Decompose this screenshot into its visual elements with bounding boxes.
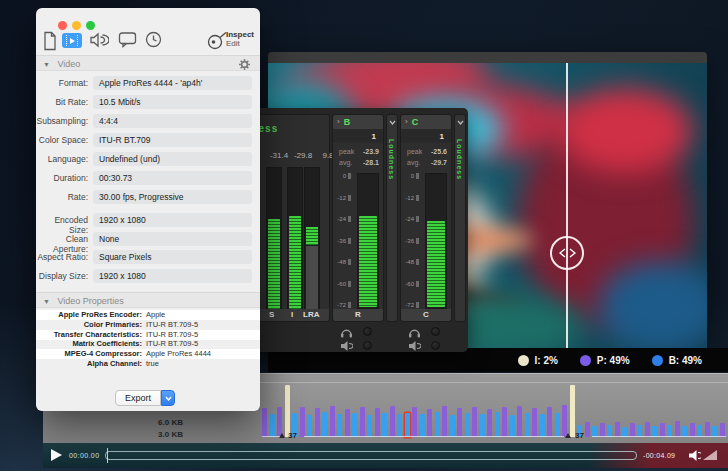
video-properties-title: Video Properties bbox=[57, 296, 123, 306]
b-frame-percentage: B: 49% bbox=[669, 355, 702, 366]
field-value: 10.5 Mbit/s bbox=[93, 95, 252, 109]
property-label: Color Primaries: bbox=[36, 320, 142, 330]
video-icon[interactable] bbox=[62, 33, 82, 48]
meter-track-s bbox=[266, 167, 282, 311]
scale-tick-label: -72 bbox=[399, 302, 419, 308]
edit-mode-label[interactable]: Edit bbox=[226, 39, 254, 48]
frame-bars[interactable] bbox=[262, 381, 726, 437]
speaker-monitor-dot[interactable] bbox=[431, 341, 440, 350]
export-dropdown-button[interactable] bbox=[161, 390, 175, 406]
minimize-button[interactable] bbox=[72, 21, 81, 30]
current-time: 00:00.00 bbox=[69, 452, 99, 459]
i-frame-tick bbox=[279, 433, 285, 438]
axis-label-6kb: 6.0 KB bbox=[103, 418, 183, 427]
panel-b-header[interactable]: › B bbox=[333, 115, 383, 129]
disclosure-icon: › bbox=[337, 118, 340, 126]
volume-slider[interactable] bbox=[703, 450, 717, 460]
scale-tick-label: -48 bbox=[331, 259, 351, 265]
history-icon[interactable] bbox=[145, 31, 162, 48]
scale-tick-label: 0 bbox=[331, 173, 351, 179]
timeline-scrubber[interactable] bbox=[105, 451, 637, 460]
field-label: Format: bbox=[36, 78, 88, 88]
annotation-icon[interactable] bbox=[118, 31, 137, 48]
field-row: Format:Apple ProRes 4444 - 'ap4h' bbox=[36, 76, 260, 90]
field-row: Bit Rate:10.5 Mbit/s bbox=[36, 95, 260, 109]
headphone-monitor-dot[interactable] bbox=[431, 327, 440, 336]
headphones-icon[interactable] bbox=[408, 326, 421, 338]
compare-slider-handle[interactable] bbox=[550, 236, 584, 270]
gear-icon[interactable] bbox=[239, 59, 250, 70]
gop-size-label: 37 bbox=[288, 431, 297, 440]
disclosure-triangle-icon[interactable]: ▼ bbox=[43, 61, 50, 68]
panel-c-meter-track bbox=[425, 173, 447, 309]
video-section-header[interactable]: ▼ Video bbox=[36, 55, 260, 71]
property-value: true bbox=[146, 359, 159, 369]
field-value: 1920 x 1080 bbox=[93, 269, 252, 283]
panel-c-side-strip: Loudness bbox=[454, 114, 466, 322]
i-frame-bar[interactable] bbox=[570, 385, 575, 437]
property-label: Apple ProRes Encoder: bbox=[36, 310, 142, 320]
mute-speaker-icon[interactable] bbox=[340, 340, 353, 352]
collapse-chevron-icon[interactable] bbox=[389, 120, 396, 125]
field-row: Language:Undefined (und) bbox=[36, 152, 260, 166]
panel-c-avg-row: avg.-29.7 bbox=[407, 159, 447, 166]
loudness-panel-b: › B 1 peak-23.9 avg.-28.1 0-12-24-36-48-… bbox=[332, 114, 384, 322]
panel-c-channel: 1 bbox=[401, 129, 451, 143]
mute-speaker-icon[interactable] bbox=[408, 340, 421, 352]
p-frame-percentage: P: 49% bbox=[597, 355, 630, 366]
panel-b-bottom-label: R bbox=[333, 309, 383, 321]
panel-c-header[interactable]: › C bbox=[401, 115, 451, 129]
property-row: Transfer Characteristics:ITU-R BT.709-5 bbox=[36, 330, 260, 340]
speaker-monitor-dot[interactable] bbox=[363, 341, 372, 350]
field-row: Encoded Size:1920 x 1080 bbox=[36, 213, 260, 227]
field-label: Subsampling: bbox=[36, 116, 88, 126]
disclosure-triangle-icon[interactable]: ▼ bbox=[43, 298, 50, 305]
field-value: 4:4:4 bbox=[93, 114, 252, 128]
field-value: ITU-R BT.709 bbox=[93, 133, 252, 147]
i-frame-bar[interactable] bbox=[285, 385, 290, 437]
video-window-titlebar[interactable] bbox=[268, 52, 707, 63]
headphones-icon[interactable] bbox=[340, 326, 353, 338]
export-button[interactable]: Export bbox=[115, 390, 161, 406]
property-label: Transfer Characteristics: bbox=[36, 330, 142, 340]
compare-slider-line[interactable] bbox=[566, 63, 568, 348]
property-row: MPEG-4 Compressor:Apple ProRes 4444 bbox=[36, 349, 260, 359]
mode-toggle[interactable]: Inspect Edit bbox=[226, 30, 254, 48]
speaker-icon[interactable] bbox=[689, 449, 701, 462]
panel-b-letter: B bbox=[344, 117, 351, 127]
headphone-monitor-dot[interactable] bbox=[363, 327, 372, 336]
chevron-left-icon bbox=[559, 248, 566, 258]
document-icon[interactable] bbox=[42, 31, 58, 51]
field-label: Duration: bbox=[36, 173, 88, 183]
close-button[interactable] bbox=[58, 21, 67, 30]
field-label: Color Space: bbox=[36, 135, 88, 145]
zoom-button[interactable] bbox=[86, 21, 95, 30]
inspect-mode-label[interactable]: Inspect bbox=[226, 30, 254, 39]
panel-b-scale: 0-12-24-36-48-60-72 bbox=[333, 173, 353, 309]
field-row: Clean Aperture:None bbox=[36, 232, 260, 246]
field-value: Square Pixels bbox=[93, 250, 252, 264]
play-button[interactable] bbox=[51, 449, 62, 461]
i-frame-percentage: I: 2% bbox=[535, 355, 558, 366]
video-properties-section-header[interactable]: ▼ Video Properties bbox=[36, 292, 260, 308]
property-label: MPEG-4 Compressor: bbox=[36, 349, 142, 359]
field-label: Aspect Ratio: bbox=[36, 252, 88, 262]
property-value: ITU-R BT.709-5 bbox=[146, 339, 198, 349]
collapse-chevron-icon[interactable] bbox=[457, 120, 464, 125]
field-value: Undefined (und) bbox=[93, 152, 252, 166]
field-value: 1920 x 1080 bbox=[93, 213, 252, 227]
meter-track-lra bbox=[304, 167, 320, 311]
audio-icon[interactable] bbox=[89, 31, 109, 49]
panel-b-meter-track bbox=[357, 173, 379, 309]
scale-tick-label: -36 bbox=[331, 238, 351, 244]
property-label: Matrix Coefficients: bbox=[36, 339, 142, 349]
legend-item-b-frames: B: 49% bbox=[652, 355, 702, 366]
field-row: Color Space:ITU-R BT.709 bbox=[36, 133, 260, 147]
playhead[interactable] bbox=[107, 448, 108, 463]
inspect-mode-icon[interactable] bbox=[206, 31, 228, 50]
property-value: Apple ProRes 4444 bbox=[146, 349, 211, 359]
loudness-meters-window: Loudness -31.4 -29.8 9.8 S I LRA › B 1 p… bbox=[235, 108, 468, 352]
gop-size-label: 37 bbox=[575, 431, 584, 440]
chevron-down-icon bbox=[165, 396, 172, 401]
chevron-right-icon bbox=[569, 248, 576, 258]
